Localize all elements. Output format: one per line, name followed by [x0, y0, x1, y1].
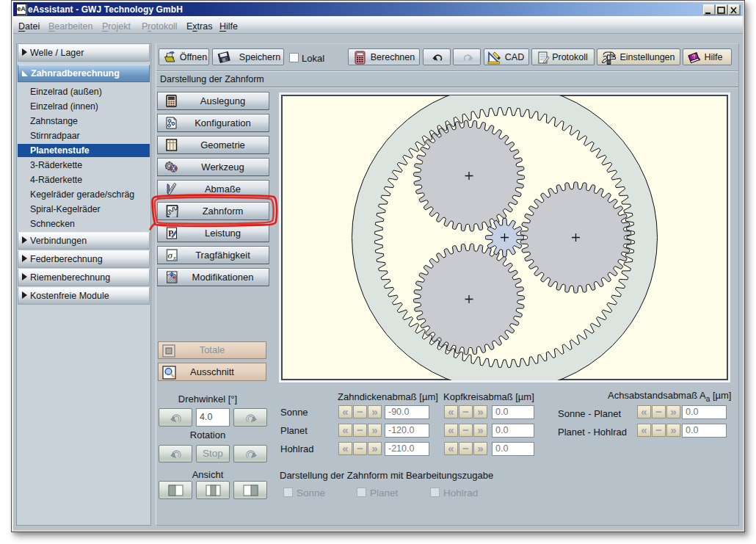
svg-text:σ: σ: [168, 250, 173, 261]
svg-text:x: x: [172, 254, 176, 261]
